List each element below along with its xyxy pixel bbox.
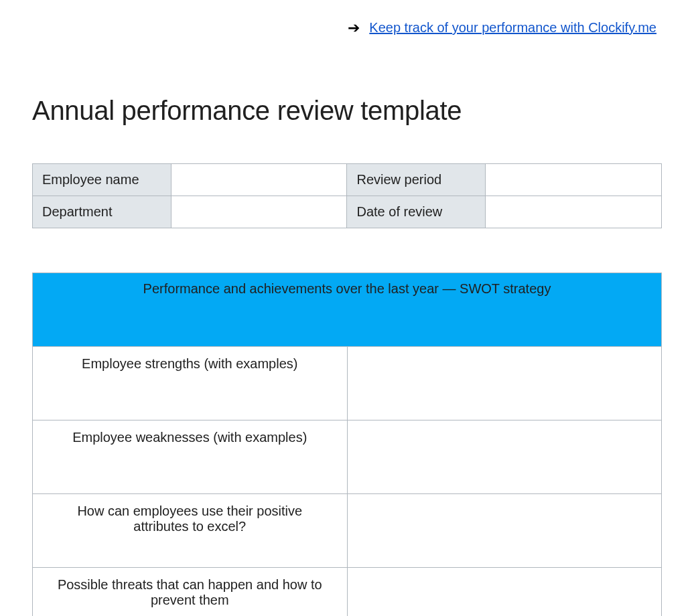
employee-info-table: Employee name Review period Department D… [32, 163, 662, 228]
swot-opportunities-value[interactable] [347, 494, 662, 568]
table-row: Employee weaknesses (with examples) [33, 420, 662, 494]
swot-strengths-value[interactable] [347, 347, 662, 420]
employee-name-value[interactable] [171, 164, 347, 196]
table-row: Employee name Review period [33, 164, 662, 196]
table-row: How can employees use their positive att… [33, 494, 662, 568]
table-row: Employee strengths (with examples) [33, 347, 662, 420]
date-of-review-label: Date of review [347, 196, 486, 228]
swot-strengths-label: Employee strengths (with examples) [33, 347, 348, 420]
review-period-value[interactable] [486, 164, 662, 196]
swot-heading: Performance and achievements over the la… [33, 273, 662, 347]
swot-table: Performance and achievements over the la… [32, 273, 662, 616]
table-row: Possible threats that can happen and how… [33, 568, 662, 617]
swot-weaknesses-value[interactable] [347, 420, 662, 494]
swot-threats-label: Possible threats that can happen and how… [33, 568, 348, 617]
clockify-link[interactable]: Keep track of your performance with Cloc… [369, 20, 656, 35]
header-link-row: ➔ Keep track of your performance with Cl… [32, 20, 662, 35]
review-period-label: Review period [347, 164, 486, 196]
swot-weaknesses-label: Employee weaknesses (with examples) [33, 420, 348, 494]
department-value[interactable] [171, 196, 347, 228]
table-row: Department Date of review [33, 196, 662, 228]
date-of-review-value[interactable] [486, 196, 662, 228]
swot-opportunities-label: How can employees use their positive att… [33, 494, 348, 568]
employee-name-label: Employee name [33, 164, 171, 196]
table-row: Performance and achievements over the la… [33, 273, 662, 347]
page-title: Annual performance review template [32, 96, 662, 126]
arrow-right-icon: ➔ [348, 21, 360, 35]
department-label: Department [33, 196, 171, 228]
swot-threats-value[interactable] [347, 568, 662, 617]
